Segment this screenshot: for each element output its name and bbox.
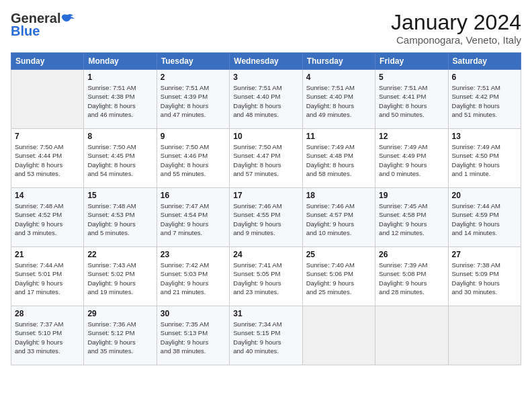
day-number: 15	[87, 191, 152, 200]
table-row: 7Sunrise: 7:50 AM Sunset: 4:44 PM Daylig…	[11, 129, 84, 188]
day-info: Sunrise: 7:51 AM Sunset: 4:40 PM Dayligh…	[233, 83, 298, 119]
table-row: 4Sunrise: 7:51 AM Sunset: 4:40 PM Daylig…	[302, 70, 375, 129]
day-number: 24	[233, 250, 298, 259]
table-row: 9Sunrise: 7:50 AM Sunset: 4:46 PM Daylig…	[157, 129, 229, 188]
table-row: 24Sunrise: 7:41 AM Sunset: 5:05 PM Dayli…	[230, 247, 302, 306]
logo-blue: Blue	[11, 24, 40, 39]
table-row: 20Sunrise: 7:44 AM Sunset: 4:59 PM Dayli…	[448, 188, 521, 247]
day-number: 22	[87, 250, 152, 259]
table-row: 18Sunrise: 7:46 AM Sunset: 4:57 PM Dayli…	[302, 188, 375, 247]
day-info: Sunrise: 7:35 AM Sunset: 5:13 PM Dayligh…	[161, 320, 226, 355]
table-row: 1Sunrise: 7:51 AM Sunset: 4:38 PM Daylig…	[84, 70, 157, 129]
day-info: Sunrise: 7:47 AM Sunset: 4:54 PM Dayligh…	[161, 201, 226, 237]
table-row: 27Sunrise: 7:38 AM Sunset: 5:09 PM Dayli…	[448, 247, 521, 306]
day-number: 18	[306, 191, 371, 200]
table-row	[302, 306, 375, 365]
day-number: 2	[161, 73, 226, 82]
day-info: Sunrise: 7:44 AM Sunset: 4:59 PM Dayligh…	[452, 201, 517, 237]
day-number: 28	[15, 309, 80, 318]
day-info: Sunrise: 7:51 AM Sunset: 4:38 PM Dayligh…	[87, 83, 152, 119]
day-number: 12	[379, 132, 444, 141]
table-row: 17Sunrise: 7:46 AM Sunset: 4:55 PM Dayli…	[230, 188, 302, 247]
month-title: January 2024	[391, 11, 521, 34]
day-info: Sunrise: 7:49 AM Sunset: 4:49 PM Dayligh…	[379, 142, 444, 178]
logo-bird-icon	[61, 13, 75, 24]
table-row: 22Sunrise: 7:43 AM Sunset: 5:02 PM Dayli…	[84, 247, 157, 306]
day-number: 6	[452, 73, 517, 82]
table-row: 28Sunrise: 7:37 AM Sunset: 5:10 PM Dayli…	[11, 306, 84, 365]
table-row: 13Sunrise: 7:49 AM Sunset: 4:50 PM Dayli…	[448, 129, 521, 188]
day-number: 4	[306, 73, 371, 82]
day-info: Sunrise: 7:51 AM Sunset: 4:39 PM Dayligh…	[161, 83, 226, 119]
col-monday: Monday	[84, 53, 157, 70]
logo: General Blue	[11, 11, 75, 39]
day-number: 16	[161, 191, 226, 200]
day-number: 8	[87, 132, 152, 141]
table-row: 11Sunrise: 7:49 AM Sunset: 4:48 PM Dayli…	[302, 129, 375, 188]
table-row: 12Sunrise: 7:49 AM Sunset: 4:49 PM Dayli…	[375, 129, 448, 188]
calendar-table: Sunday Monday Tuesday Wednesday Thursday…	[11, 52, 521, 365]
table-row: 21Sunrise: 7:44 AM Sunset: 5:01 PM Dayli…	[11, 247, 84, 306]
day-info: Sunrise: 7:50 AM Sunset: 4:44 PM Dayligh…	[15, 142, 80, 178]
day-number: 26	[379, 250, 444, 259]
day-info: Sunrise: 7:37 AM Sunset: 5:10 PM Dayligh…	[15, 320, 80, 355]
day-number: 9	[161, 132, 226, 141]
day-number: 10	[233, 132, 298, 141]
calendar-header-row: Sunday Monday Tuesday Wednesday Thursday…	[11, 53, 521, 70]
day-info: Sunrise: 7:43 AM Sunset: 5:02 PM Dayligh…	[87, 261, 152, 296]
day-info: Sunrise: 7:49 AM Sunset: 4:48 PM Dayligh…	[306, 142, 371, 178]
table-row: 2Sunrise: 7:51 AM Sunset: 4:39 PM Daylig…	[157, 70, 229, 129]
col-tuesday: Tuesday	[157, 53, 229, 70]
col-sunday: Sunday	[11, 53, 84, 70]
day-number: 29	[87, 309, 152, 318]
day-info: Sunrise: 7:44 AM Sunset: 5:01 PM Dayligh…	[15, 261, 80, 296]
day-info: Sunrise: 7:42 AM Sunset: 5:03 PM Dayligh…	[161, 261, 226, 296]
page-header: General Blue January 2024 Camponogara, V…	[11, 11, 521, 46]
day-info: Sunrise: 7:46 AM Sunset: 4:57 PM Dayligh…	[306, 201, 371, 237]
col-friday: Friday	[375, 53, 448, 70]
day-info: Sunrise: 7:41 AM Sunset: 5:05 PM Dayligh…	[233, 261, 298, 296]
day-number: 21	[15, 250, 80, 259]
day-info: Sunrise: 7:50 AM Sunset: 4:47 PM Dayligh…	[233, 142, 298, 178]
table-row: 14Sunrise: 7:48 AM Sunset: 4:52 PM Dayli…	[11, 188, 84, 247]
calendar-week-row: 1Sunrise: 7:51 AM Sunset: 4:38 PM Daylig…	[11, 70, 521, 129]
table-row: 6Sunrise: 7:51 AM Sunset: 4:42 PM Daylig…	[448, 70, 521, 129]
day-info: Sunrise: 7:51 AM Sunset: 4:40 PM Dayligh…	[306, 83, 371, 119]
day-info: Sunrise: 7:39 AM Sunset: 5:08 PM Dayligh…	[379, 261, 444, 296]
table-row: 3Sunrise: 7:51 AM Sunset: 4:40 PM Daylig…	[230, 70, 302, 129]
calendar-week-row: 21Sunrise: 7:44 AM Sunset: 5:01 PM Dayli…	[11, 247, 521, 306]
page-container: General Blue January 2024 Camponogara, V…	[0, 0, 532, 411]
calendar-week-row: 14Sunrise: 7:48 AM Sunset: 4:52 PM Dayli…	[11, 188, 521, 247]
calendar-week-row: 7Sunrise: 7:50 AM Sunset: 4:44 PM Daylig…	[11, 129, 521, 188]
day-info: Sunrise: 7:49 AM Sunset: 4:50 PM Dayligh…	[452, 142, 517, 178]
day-number: 19	[379, 191, 444, 200]
day-number: 1	[87, 73, 152, 82]
day-info: Sunrise: 7:36 AM Sunset: 5:12 PM Dayligh…	[87, 320, 152, 355]
day-number: 30	[161, 309, 226, 318]
day-number: 14	[15, 191, 80, 200]
day-info: Sunrise: 7:38 AM Sunset: 5:09 PM Dayligh…	[452, 261, 517, 296]
day-number: 13	[452, 132, 517, 141]
col-thursday: Thursday	[302, 53, 375, 70]
day-number: 23	[161, 250, 226, 259]
day-number: 3	[233, 73, 298, 82]
day-number: 11	[306, 132, 371, 141]
table-row: 29Sunrise: 7:36 AM Sunset: 5:12 PM Dayli…	[84, 306, 157, 365]
day-info: Sunrise: 7:46 AM Sunset: 4:55 PM Dayligh…	[233, 201, 298, 237]
table-row	[448, 306, 521, 365]
table-row: 31Sunrise: 7:34 AM Sunset: 5:15 PM Dayli…	[230, 306, 302, 365]
day-info: Sunrise: 7:50 AM Sunset: 4:45 PM Dayligh…	[87, 142, 152, 178]
day-number: 7	[15, 132, 80, 141]
table-row: 26Sunrise: 7:39 AM Sunset: 5:08 PM Dayli…	[375, 247, 448, 306]
location-subtitle: Camponogara, Veneto, Italy	[391, 34, 521, 46]
table-row	[375, 306, 448, 365]
day-info: Sunrise: 7:45 AM Sunset: 4:58 PM Dayligh…	[379, 201, 444, 237]
table-row: 23Sunrise: 7:42 AM Sunset: 5:03 PM Dayli…	[157, 247, 229, 306]
day-info: Sunrise: 7:40 AM Sunset: 5:06 PM Dayligh…	[306, 261, 371, 296]
day-number: 17	[233, 191, 298, 200]
day-info: Sunrise: 7:51 AM Sunset: 4:41 PM Dayligh…	[379, 83, 444, 119]
table-row: 8Sunrise: 7:50 AM Sunset: 4:45 PM Daylig…	[84, 129, 157, 188]
title-block: January 2024 Camponogara, Veneto, Italy	[391, 11, 521, 46]
table-row: 16Sunrise: 7:47 AM Sunset: 4:54 PM Dayli…	[157, 188, 229, 247]
day-info: Sunrise: 7:50 AM Sunset: 4:46 PM Dayligh…	[161, 142, 226, 178]
